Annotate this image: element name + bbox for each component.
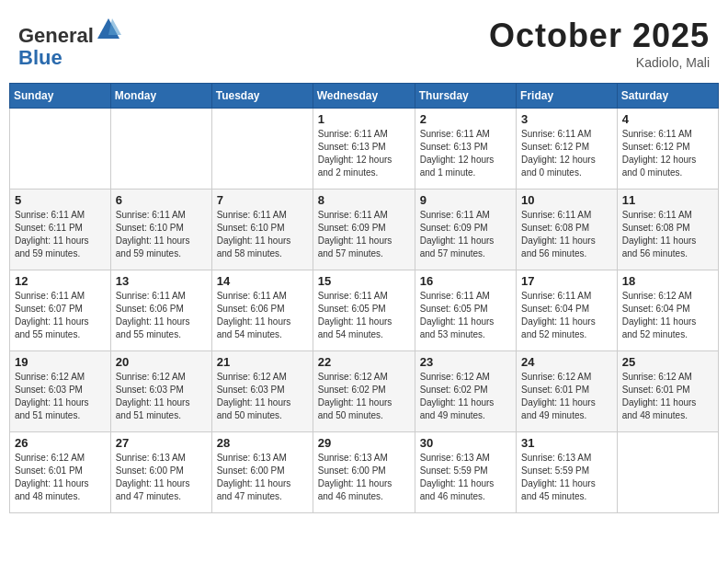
day-number: 27	[116, 436, 207, 450]
table-row: 26 Sunrise: 6:12 AMSunset: 6:01 PMDaylig…	[10, 432, 111, 513]
day-number: 8	[318, 193, 410, 207]
day-number: 28	[217, 436, 308, 450]
table-row	[617, 432, 718, 513]
calendar-week-row: 26 Sunrise: 6:12 AMSunset: 6:01 PMDaylig…	[10, 432, 719, 513]
table-row: 3 Sunrise: 6:11 AMSunset: 6:12 PMDayligh…	[517, 109, 618, 190]
day-number: 24	[521, 355, 612, 369]
table-row: 5 Sunrise: 6:11 AMSunset: 6:11 PMDayligh…	[10, 190, 111, 270]
day-info: Sunrise: 6:11 AMSunset: 6:10 PMDaylight:…	[116, 209, 207, 260]
header-tuesday: Tuesday	[211, 84, 313, 109]
month-title: October 2025	[489, 17, 710, 55]
table-row: 31 Sunrise: 6:13 AMSunset: 5:59 PMDaylig…	[517, 432, 618, 513]
table-row: 24 Sunrise: 6:12 AMSunset: 6:01 PMDaylig…	[517, 351, 618, 432]
header-monday: Monday	[110, 84, 211, 109]
day-info: Sunrise: 6:11 AMSunset: 6:11 PMDaylight:…	[15, 209, 106, 260]
day-number: 23	[420, 355, 511, 369]
table-row: 28 Sunrise: 6:13 AMSunset: 6:00 PMDaylig…	[211, 432, 313, 513]
calendar-week-row: 12 Sunrise: 6:11 AMSunset: 6:07 PMDaylig…	[10, 270, 719, 351]
day-number: 15	[318, 274, 410, 288]
table-row: 27 Sunrise: 6:13 AMSunset: 6:00 PMDaylig…	[110, 432, 211, 513]
day-number: 1	[318, 112, 410, 126]
header-thursday: Thursday	[415, 84, 516, 109]
day-info: Sunrise: 6:13 AMSunset: 6:00 PMDaylight:…	[318, 452, 410, 503]
table-row: 30 Sunrise: 6:13 AMSunset: 5:59 PMDaylig…	[415, 432, 516, 513]
table-row: 1 Sunrise: 6:11 AMSunset: 6:13 PMDayligh…	[313, 109, 415, 190]
table-row: 19 Sunrise: 6:12 AMSunset: 6:03 PMDaylig…	[10, 351, 111, 432]
day-info: Sunrise: 6:11 AMSunset: 6:12 PMDaylight:…	[521, 128, 612, 179]
day-number: 9	[420, 193, 511, 207]
calendar-week-row: 5 Sunrise: 6:11 AMSunset: 6:11 PMDayligh…	[10, 190, 719, 270]
day-number: 25	[622, 355, 713, 369]
logo-text: General Blue	[18, 17, 121, 69]
header-friday: Friday	[517, 84, 618, 109]
day-number: 31	[521, 436, 612, 450]
table-row: 14 Sunrise: 6:11 AMSunset: 6:06 PMDaylig…	[211, 270, 313, 351]
table-row: 29 Sunrise: 6:13 AMSunset: 6:00 PMDaylig…	[313, 432, 415, 513]
day-info: Sunrise: 6:11 AMSunset: 6:12 PMDaylight:…	[622, 128, 713, 179]
day-info: Sunrise: 6:11 AMSunset: 6:06 PMDaylight:…	[116, 290, 207, 341]
location: Kadiolo, Mali	[489, 55, 710, 70]
calendar-table: Sunday Monday Tuesday Wednesday Thursday…	[9, 83, 719, 513]
day-info: Sunrise: 6:12 AMSunset: 6:03 PMDaylight:…	[116, 371, 207, 422]
day-info: Sunrise: 6:12 AMSunset: 6:03 PMDaylight:…	[15, 371, 106, 422]
calendar-week-row: 1 Sunrise: 6:11 AMSunset: 6:13 PMDayligh…	[10, 109, 719, 190]
day-number: 11	[622, 193, 713, 207]
day-number: 26	[15, 436, 106, 450]
logo-icon	[96, 17, 121, 42]
day-number: 7	[217, 193, 308, 207]
day-number: 2	[420, 112, 511, 126]
table-row	[110, 109, 211, 190]
day-number: 16	[420, 274, 511, 288]
day-info: Sunrise: 6:11 AMSunset: 6:13 PMDaylight:…	[420, 128, 511, 179]
table-row: 10 Sunrise: 6:11 AMSunset: 6:08 PMDaylig…	[517, 190, 618, 270]
day-info: Sunrise: 6:12 AMSunset: 6:01 PMDaylight:…	[622, 371, 713, 422]
table-row: 15 Sunrise: 6:11 AMSunset: 6:05 PMDaylig…	[313, 270, 415, 351]
day-info: Sunrise: 6:11 AMSunset: 6:09 PMDaylight:…	[420, 209, 511, 260]
day-info: Sunrise: 6:12 AMSunset: 6:01 PMDaylight:…	[521, 371, 612, 422]
calendar-header-row: Sunday Monday Tuesday Wednesday Thursday…	[10, 84, 719, 109]
day-number: 20	[116, 355, 207, 369]
day-number: 12	[15, 274, 106, 288]
table-row: 7 Sunrise: 6:11 AMSunset: 6:10 PMDayligh…	[211, 190, 313, 270]
day-number: 4	[622, 112, 713, 126]
day-info: Sunrise: 6:11 AMSunset: 6:10 PMDaylight:…	[217, 209, 308, 260]
day-number: 22	[318, 355, 410, 369]
day-info: Sunrise: 6:13 AMSunset: 5:59 PMDaylight:…	[420, 452, 511, 503]
table-row	[10, 109, 111, 190]
day-info: Sunrise: 6:11 AMSunset: 6:08 PMDaylight:…	[622, 209, 713, 260]
logo: General Blue	[18, 17, 121, 69]
table-row: 4 Sunrise: 6:11 AMSunset: 6:12 PMDayligh…	[617, 109, 718, 190]
table-row: 9 Sunrise: 6:11 AMSunset: 6:09 PMDayligh…	[415, 190, 516, 270]
svg-marker-1	[108, 18, 121, 35]
calendar-week-row: 19 Sunrise: 6:12 AMSunset: 6:03 PMDaylig…	[10, 351, 719, 432]
day-info: Sunrise: 6:12 AMSunset: 6:02 PMDaylight:…	[318, 371, 410, 422]
header-sunday: Sunday	[10, 84, 111, 109]
day-number: 13	[116, 274, 207, 288]
table-row: 17 Sunrise: 6:11 AMSunset: 6:04 PMDaylig…	[517, 270, 618, 351]
day-number: 19	[15, 355, 106, 369]
day-info: Sunrise: 6:11 AMSunset: 6:07 PMDaylight:…	[15, 290, 106, 341]
table-row: 16 Sunrise: 6:11 AMSunset: 6:05 PMDaylig…	[415, 270, 516, 351]
day-info: Sunrise: 6:12 AMSunset: 6:03 PMDaylight:…	[217, 371, 308, 422]
day-info: Sunrise: 6:13 AMSunset: 6:00 PMDaylight:…	[217, 452, 308, 503]
day-info: Sunrise: 6:11 AMSunset: 6:13 PMDaylight:…	[318, 128, 410, 179]
day-number: 10	[521, 193, 612, 207]
day-info: Sunrise: 6:11 AMSunset: 6:05 PMDaylight:…	[318, 290, 410, 341]
day-number: 18	[622, 274, 713, 288]
day-info: Sunrise: 6:12 AMSunset: 6:04 PMDaylight:…	[622, 290, 713, 341]
table-row: 8 Sunrise: 6:11 AMSunset: 6:09 PMDayligh…	[313, 190, 415, 270]
title-block: October 2025 Kadiolo, Mali	[489, 17, 710, 70]
table-row: 22 Sunrise: 6:12 AMSunset: 6:02 PMDaylig…	[313, 351, 415, 432]
day-number: 3	[521, 112, 612, 126]
day-info: Sunrise: 6:11 AMSunset: 6:08 PMDaylight:…	[521, 209, 612, 260]
day-number: 29	[318, 436, 410, 450]
logo-general: General	[18, 24, 94, 47]
table-row: 25 Sunrise: 6:12 AMSunset: 6:01 PMDaylig…	[617, 351, 718, 432]
table-row: 6 Sunrise: 6:11 AMSunset: 6:10 PMDayligh…	[110, 190, 211, 270]
table-row: 23 Sunrise: 6:12 AMSunset: 6:02 PMDaylig…	[415, 351, 516, 432]
logo-blue: Blue	[18, 46, 63, 69]
day-number: 6	[116, 193, 207, 207]
day-info: Sunrise: 6:12 AMSunset: 6:01 PMDaylight:…	[15, 452, 106, 503]
page-header: General Blue October 2025 Kadiolo, Mali	[9, 9, 719, 77]
table-row: 21 Sunrise: 6:12 AMSunset: 6:03 PMDaylig…	[211, 351, 313, 432]
